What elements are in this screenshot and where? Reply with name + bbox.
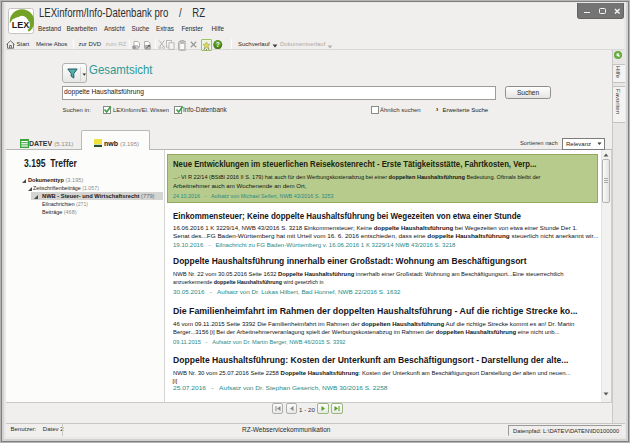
svg-text:?: ? — [216, 41, 220, 48]
svg-text:LEX: LEX — [12, 20, 30, 30]
